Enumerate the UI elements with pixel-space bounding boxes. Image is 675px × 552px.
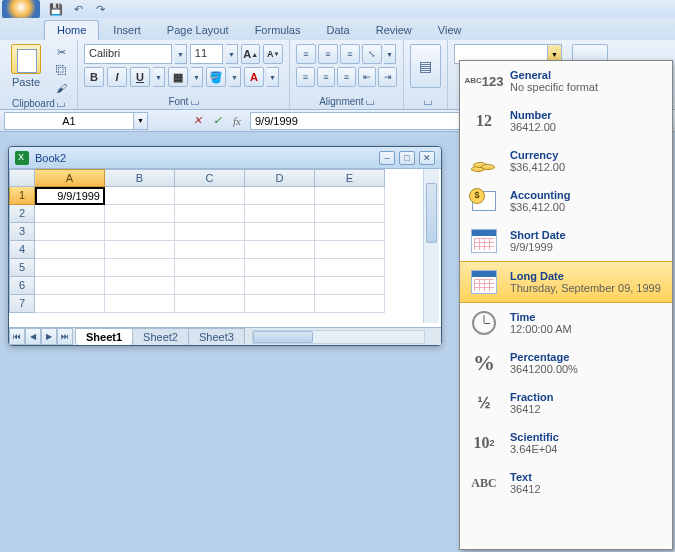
align-left-button[interactable]: ≡	[296, 67, 315, 87]
cell[interactable]	[175, 205, 245, 223]
row-header[interactable]: 2	[9, 205, 35, 223]
number-format-scientific[interactable]: 102Scientific3.64E+04	[460, 423, 672, 463]
workbook-titlebar[interactable]: Book2 – □ ✕	[9, 147, 441, 169]
cell[interactable]	[105, 241, 175, 259]
fx-icon[interactable]: fx	[228, 112, 246, 130]
group-font-label[interactable]: Font	[84, 94, 283, 109]
number-format-longdate[interactable]: Long DateThursday, September 09, 1999	[460, 261, 672, 303]
cell[interactable]	[105, 295, 175, 313]
qat-redo-icon[interactable]: ↷	[92, 1, 108, 17]
number-format-shortdate[interactable]: Short Date9/9/1999	[460, 221, 672, 261]
column-header[interactable]: B	[105, 169, 175, 187]
column-header[interactable]: E	[315, 169, 385, 187]
wrap-merge-button[interactable]: ▤	[410, 44, 441, 88]
column-header[interactable]: A	[35, 169, 105, 187]
border-dropdown-icon[interactable]: ▼	[191, 67, 203, 87]
sheet-tab[interactable]: Sheet3	[188, 328, 245, 345]
number-format-percentage[interactable]: %Percentage3641200.00%	[460, 343, 672, 383]
underline-button[interactable]: U	[130, 67, 150, 87]
align-bottom-button[interactable]: ≡	[340, 44, 360, 64]
font-size-combo[interactable]: 11	[190, 44, 223, 64]
align-middle-button[interactable]: ≡	[318, 44, 338, 64]
row-header[interactable]: 6	[9, 277, 35, 295]
number-format-fraction[interactable]: ½Fraction36412	[460, 383, 672, 423]
cell[interactable]	[105, 259, 175, 277]
row-header[interactable]: 7	[9, 295, 35, 313]
number-format-time[interactable]: Time12:00:00 AM	[460, 303, 672, 343]
format-painter-icon[interactable]: 🖌	[52, 80, 70, 96]
row-header[interactable]: 3	[9, 223, 35, 241]
minimize-icon[interactable]: –	[379, 151, 395, 165]
cell[interactable]	[245, 223, 315, 241]
cell[interactable]	[315, 241, 385, 259]
cell[interactable]	[315, 259, 385, 277]
group-wrap-label[interactable]	[410, 94, 441, 109]
group-clipboard-label[interactable]: Clipboard	[6, 96, 71, 111]
shrink-font-button[interactable]: A▼	[263, 44, 283, 64]
sheet-tab[interactable]: Sheet2	[132, 328, 189, 345]
font-color-button[interactable]: A	[244, 67, 264, 87]
office-button[interactable]	[2, 0, 40, 18]
bold-button[interactable]: B	[84, 67, 104, 87]
cell[interactable]	[35, 277, 105, 295]
sheet-tab[interactable]: Sheet1	[75, 328, 133, 345]
name-box-dropdown-icon[interactable]: ▼	[134, 112, 148, 130]
decrease-indent-button[interactable]: ⇤	[358, 67, 377, 87]
cut-icon[interactable]: ✂	[52, 44, 70, 60]
cell[interactable]	[105, 223, 175, 241]
row-header[interactable]: 4	[9, 241, 35, 259]
row-header[interactable]: 5	[9, 259, 35, 277]
paste-button[interactable]: Paste	[6, 44, 46, 88]
cell[interactable]	[35, 223, 105, 241]
qat-save-icon[interactable]: 💾	[48, 1, 64, 17]
number-format-general[interactable]: ABC123GeneralNo specific format	[460, 61, 672, 101]
maximize-icon[interactable]: □	[399, 151, 415, 165]
font-name-dropdown-icon[interactable]: ▼	[175, 44, 187, 64]
sheet-nav-next-icon[interactable]: ▶	[41, 328, 57, 345]
italic-button[interactable]: I	[107, 67, 127, 87]
font-color-dropdown-icon[interactable]: ▼	[267, 67, 279, 87]
tab-view[interactable]: View	[426, 21, 474, 40]
sheet-nav-first-icon[interactable]: ⏮	[9, 328, 25, 345]
sheet-nav-prev-icon[interactable]: ◀	[25, 328, 41, 345]
vertical-scrollbar[interactable]	[423, 169, 439, 323]
cell[interactable]	[175, 259, 245, 277]
cell[interactable]	[245, 187, 315, 205]
cell[interactable]	[105, 187, 175, 205]
cell[interactable]	[175, 277, 245, 295]
cell[interactable]	[35, 205, 105, 223]
column-header[interactable]: C	[175, 169, 245, 187]
cell[interactable]	[35, 241, 105, 259]
number-format-number[interactable]: 12Number36412.00	[460, 101, 672, 141]
cell[interactable]	[315, 205, 385, 223]
sheet-nav-last-icon[interactable]: ⏭	[57, 328, 73, 345]
group-alignment-label[interactable]: Alignment	[296, 94, 397, 109]
number-format-text[interactable]: ABCText36412	[460, 463, 672, 503]
cell[interactable]	[315, 295, 385, 313]
border-button[interactable]: ▦	[168, 67, 188, 87]
align-center-button[interactable]: ≡	[317, 67, 336, 87]
cell[interactable]	[245, 241, 315, 259]
cell[interactable]	[175, 187, 245, 205]
horizontal-scrollbar[interactable]	[252, 330, 425, 344]
cell[interactable]	[105, 277, 175, 295]
tab-page-layout[interactable]: Page Layout	[155, 21, 241, 40]
orientation-button[interactable]: ⤡	[362, 44, 382, 64]
cancel-formula-icon[interactable]: ✕	[188, 112, 206, 130]
align-top-button[interactable]: ≡	[296, 44, 316, 64]
cell[interactable]	[175, 295, 245, 313]
cell[interactable]	[105, 205, 175, 223]
increase-indent-button[interactable]: ⇥	[378, 67, 397, 87]
font-name-combo[interactable]: Calibri	[84, 44, 172, 64]
cell[interactable]	[245, 205, 315, 223]
cell[interactable]	[315, 223, 385, 241]
select-all-corner[interactable]	[9, 169, 35, 187]
font-size-dropdown-icon[interactable]: ▼	[226, 44, 238, 64]
cell[interactable]	[35, 295, 105, 313]
underline-dropdown-icon[interactable]: ▼	[153, 67, 165, 87]
column-header[interactable]: D	[245, 169, 315, 187]
cell[interactable]	[175, 241, 245, 259]
number-format-currency[interactable]: Currency$36,412.00	[460, 141, 672, 181]
cell[interactable]	[315, 277, 385, 295]
copy-icon[interactable]: ⿻	[52, 62, 70, 78]
